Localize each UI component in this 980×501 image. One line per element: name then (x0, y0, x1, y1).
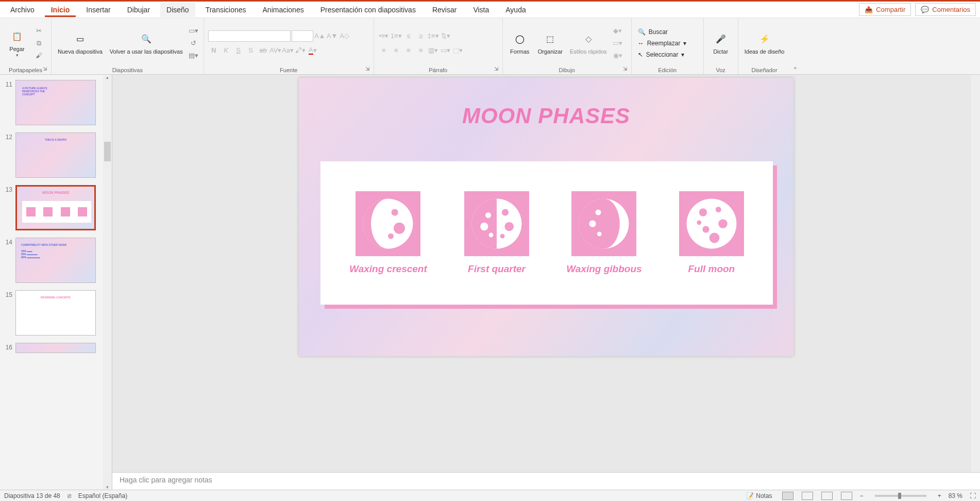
fit-to-window-button[interactable]: ⛶ (970, 492, 976, 499)
underline-button[interactable]: S (233, 45, 244, 56)
slide-thumb-14[interactable]: COMPATIBILITY WITH OTHER SIGNS30% ▬▬65% … (15, 238, 96, 283)
comment-icon: 💬 (921, 6, 929, 13)
indent-button[interactable]: ≥ (415, 30, 427, 42)
quick-styles-button[interactable]: ◇ Estilos rápidos (568, 29, 609, 57)
svg-point-6 (480, 223, 488, 230)
font-size-combo[interactable] (292, 30, 313, 42)
shape-outline-button[interactable]: ▭▾ (612, 38, 623, 49)
paste-button[interactable]: 📋 Pegar ▾ (4, 26, 30, 60)
tab-presentacion[interactable]: Presentación con diapositivas (314, 3, 422, 17)
tab-diseno[interactable]: Diseño (160, 3, 195, 17)
tab-insertar[interactable]: Insertar (80, 3, 116, 17)
strike-button[interactable]: ab (258, 45, 269, 56)
section-button[interactable]: ▤▾ (188, 50, 199, 61)
zoom-thumb[interactable] (898, 493, 901, 499)
copy-button[interactable]: ⧉ (33, 38, 44, 49)
tab-inicio[interactable]: Inicio (45, 3, 76, 17)
reset-button[interactable]: ↺ (188, 38, 199, 49)
select-button[interactable]: ↖Seleccionar▾ (636, 50, 689, 59)
phase-box[interactable]: Waxing crescent First quarter Waxing gib… (320, 161, 773, 305)
comments-button[interactable]: 💬 Comentarios (915, 3, 976, 16)
arrange-button[interactable]: ⬚ Organizar (536, 29, 565, 57)
slide-thumb-15[interactable]: REVIEWING CONCEPTS (15, 290, 96, 336)
slide-title[interactable]: MOON PHASES (299, 104, 793, 128)
cut-button[interactable]: ✂ (33, 25, 44, 37)
slide-thumb-16[interactable] (15, 343, 96, 353)
language-status[interactable]: Español (España) (78, 492, 127, 499)
numbering-button[interactable]: 1≡▾ (391, 30, 402, 42)
parrafo-launcher[interactable]: ⇲ (494, 66, 500, 72)
find-button[interactable]: 🔍Buscar (636, 27, 689, 37)
slide-thumb-12[interactable]: THIS IS A GRAPH (15, 132, 96, 178)
tab-archivo[interactable]: Archivo (4, 3, 41, 17)
notes-area[interactable]: Haga clic para agregar notas (112, 472, 980, 490)
text-direction-button[interactable]: ⇅▾ (440, 30, 451, 42)
shadow-button[interactable]: S (245, 45, 257, 56)
slide-thumb-13[interactable]: MOON PHASES (15, 185, 96, 230)
thumb-row-14[interactable]: 14 COMPATIBILITY WITH OTHER SIGNS30% ▬▬6… (3, 238, 109, 283)
normal-view-button[interactable] (782, 492, 793, 500)
italic-button[interactable]: K (221, 45, 232, 56)
slideshow-view-button[interactable] (841, 492, 852, 500)
zoom-level[interactable]: 83 % (949, 492, 962, 499)
font-family-combo[interactable] (208, 30, 291, 42)
fuente-launcher[interactable]: ⇲ (365, 66, 371, 72)
line-spacing-button[interactable]: ‡≡▾ (428, 30, 439, 42)
thumbs-scrollbar[interactable]: ▴ ▾ (103, 75, 112, 490)
zoom-slider[interactable] (875, 495, 926, 497)
thumb-row-11[interactable]: 11 A PICTURE ALWAYSREINFORCES THECONCEPT (3, 80, 109, 125)
shrink-font-button[interactable]: A▼ (327, 30, 338, 42)
layout-button[interactable]: ▭▾ (188, 25, 199, 37)
slide-thumb-11[interactable]: A PICTURE ALWAYSREINFORCES THECONCEPT (15, 80, 96, 125)
shape-effects-button[interactable]: ◉▾ (612, 50, 623, 61)
tab-animaciones[interactable]: Animaciones (257, 3, 310, 17)
case-button[interactable]: Aa▾ (282, 45, 294, 56)
editor-scrollbar[interactable] (971, 75, 980, 472)
shapes-button[interactable]: ◯ Formas (507, 29, 533, 57)
share-button[interactable]: 📤 Compartir (859, 3, 911, 16)
dibujo-launcher[interactable]: ⇲ (623, 66, 629, 72)
dictate-button[interactable]: 🎤 Dictar (708, 29, 734, 57)
columns-button[interactable]: ▥▾ (428, 45, 439, 56)
align-text-button[interactable]: ▭▾ (440, 45, 451, 56)
font-color-button[interactable]: A▾ (307, 45, 318, 56)
canvas-area[interactable]: MOON PHASES Waxing crescent First quarte… (112, 75, 980, 472)
thumb-row-13[interactable]: 13 MOON PHASES (3, 185, 109, 230)
tab-vista[interactable]: Vista (467, 3, 495, 17)
zoom-out-button[interactable]: − (860, 492, 864, 499)
grow-font-button[interactable]: A▲ (314, 30, 326, 42)
zoom-in-button[interactable]: + (938, 492, 941, 499)
bullets-button[interactable]: •≡▾ (378, 30, 390, 42)
tab-dibujar[interactable]: Dibujar (121, 3, 156, 17)
thumb-row-15[interactable]: 15 REVIEWING CONCEPTS (3, 290, 109, 336)
collapse-ribbon-button[interactable]: ^ (790, 18, 800, 74)
clear-format-button[interactable]: A◇ (339, 30, 350, 42)
justify-button[interactable]: ≡ (415, 45, 427, 56)
replace-button[interactable]: ↔Reemplazar▾ (636, 39, 689, 48)
notes-toggle[interactable]: 📝Notas (744, 492, 774, 499)
smartart-button[interactable]: ⬚▾ (452, 45, 464, 56)
align-right-button[interactable]: ≡ (403, 45, 414, 56)
sorter-view-button[interactable] (802, 492, 813, 500)
design-ideas-button[interactable]: ⚡ Ideas de diseño (742, 29, 787, 57)
thumb-row-16[interactable]: 16 (3, 343, 109, 353)
highlight-button[interactable]: 🖍▾ (295, 45, 306, 56)
format-painter-button[interactable]: 🖌 (33, 50, 44, 61)
bold-button[interactable]: N (208, 45, 219, 56)
spacing-button[interactable]: AV▾ (270, 45, 281, 56)
slide-canvas[interactable]: MOON PHASES Waxing crescent First quarte… (299, 78, 793, 356)
portapapeles-launcher[interactable]: ⇲ (43, 66, 49, 72)
reuse-slides-button[interactable]: 🔍 Volver a usar las diapositivas (108, 29, 185, 57)
reading-view-button[interactable] (821, 492, 833, 500)
tab-revisar[interactable]: Revisar (426, 3, 463, 17)
tab-ayuda[interactable]: Ayuda (499, 3, 532, 17)
accessibility-icon[interactable]: ⎚ (67, 492, 71, 499)
thumb-row-12[interactable]: 12 THIS IS A GRAPH (3, 132, 109, 178)
thumbs-scroll-thumb[interactable] (104, 142, 111, 161)
shape-fill-button[interactable]: ◆▾ (612, 25, 623, 37)
outdent-button[interactable]: ≤ (403, 30, 414, 42)
align-center-button[interactable]: ≡ (391, 45, 402, 56)
tab-transiciones[interactable]: Transiciones (199, 3, 252, 17)
new-slide-button[interactable]: ▭ Nueva diapositiva (56, 29, 105, 57)
align-left-button[interactable]: ≡ (378, 45, 390, 56)
